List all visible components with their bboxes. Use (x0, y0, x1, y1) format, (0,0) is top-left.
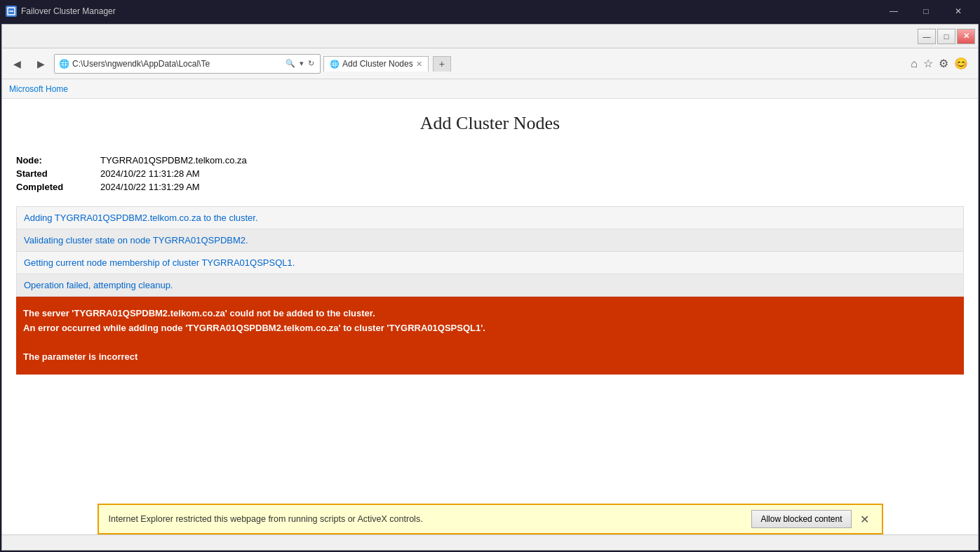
favorites-icon[interactable]: ☆ (923, 57, 933, 70)
log-line-1: Adding TYGRRA01QSPDBM2.telkom.co.za to t… (17, 207, 963, 229)
ie-page-icon: 🌐 (59, 59, 69, 69)
log-link-2[interactable]: Validating cluster state on node TYGRRA0… (24, 235, 248, 245)
ie-window: — □ ✕ ◀ ▶ 🌐 C:\Users\ngwendk\AppData\Loc… (1, 24, 979, 551)
outer-minimize-button[interactable]: — (878, 0, 910, 22)
info-row-node: Node: TYGRRA01QSPDBM2.telkom.co.za (16, 155, 964, 166)
log-link-4[interactable]: Operation failed, attempting cleanup. (24, 280, 173, 290)
new-tab-button[interactable]: + (433, 56, 451, 72)
node-value: TYGRRA01QSPDBM2.telkom.co.za (100, 155, 247, 166)
outer-titlebar: Failover Cluster Manager — □ ✕ (0, 0, 980, 22)
outer-maximize-button[interactable]: □ (910, 0, 942, 22)
ie-content: Add Cluster Nodes Node: TYGRRA01QSPDBM2.… (2, 99, 978, 534)
error-line-1: The server 'TYGRRA01QSPDBM2.telkom.co.za… (23, 307, 957, 321)
allow-blocked-content-button[interactable]: Allow blocked content (751, 510, 851, 528)
ie-titlebar-controls: — □ ✕ (918, 29, 975, 44)
node-label: Node: (16, 155, 100, 166)
emoji-icon: 😊 (954, 57, 968, 70)
microsoft-home-link[interactable]: Microsoft Home (9, 84, 68, 94)
address-bar[interactable]: 🌐 C:\Users\ngwendk\AppData\Local\Te 🔍 ▾ … (54, 54, 321, 74)
search-icon[interactable]: 🔍 (284, 59, 297, 68)
log-line-4: Operation failed, attempting cleanup. (17, 274, 963, 296)
dropdown-icon[interactable]: ▾ (298, 59, 305, 68)
security-bar-message: Internet Explorer restricted this webpag… (109, 514, 752, 524)
settings-icon[interactable]: ⚙ (939, 57, 948, 70)
info-row-started: Started 2024/10/22 11:31:28 AM (16, 168, 964, 179)
security-bar: Internet Explorer restricted this webpag… (98, 504, 883, 534)
completed-label: Completed (16, 182, 100, 192)
ie-minimize-button[interactable]: — (918, 29, 936, 44)
started-label: Started (16, 168, 100, 179)
address-text: C:\Users\ngwendk\AppData\Local\Te (72, 59, 284, 69)
page-content: Add Cluster Nodes Node: TYGRRA01QSPDBM2.… (2, 99, 978, 534)
outer-close-button[interactable]: ✕ (942, 0, 974, 22)
error-box: The server 'TYGRRA01QSPDBM2.telkom.co.za… (16, 297, 964, 375)
error-line-3: The parameter is incorrect (23, 350, 957, 365)
error-line-2: An error occurred while adding node 'TYG… (23, 321, 957, 336)
page-title: Add Cluster Nodes (16, 113, 964, 134)
outer-window-title: Failover Cluster Manager (21, 6, 878, 16)
ie-navbar: ◀ ▶ 🌐 C:\Users\ngwendk\AppData\Local\Te … (2, 48, 978, 79)
security-bar-close-button[interactable]: ✕ (857, 513, 872, 526)
outer-window-controls: — □ ✕ (878, 0, 974, 22)
ie-maximize-button[interactable]: □ (937, 29, 955, 44)
started-value: 2024/10/22 11:31:28 AM (100, 168, 200, 179)
fcm-icon (6, 6, 17, 17)
log-link-3[interactable]: Getting current node membership of clust… (24, 257, 295, 268)
ie-toolbar-right: ⌂ ☆ ⚙ 😊 (911, 48, 974, 79)
log-line-2: Validating cluster state on node TYGRRA0… (17, 229, 963, 252)
tab-close-button[interactable]: ✕ (416, 60, 422, 69)
log-link-1[interactable]: Adding TYGRRA01QSPDBM2.telkom.co.za to t… (24, 213, 258, 223)
completed-value: 2024/10/22 11:31:29 AM (100, 182, 200, 192)
tab-icon: 🌐 (330, 60, 340, 69)
log-line-3: Getting current node membership of clust… (17, 252, 963, 274)
home-icon[interactable]: ⌂ (911, 58, 918, 70)
ie-tab-active[interactable]: 🌐 Add Cluster Nodes ✕ (323, 56, 429, 72)
ie-close-button[interactable]: ✕ (957, 29, 975, 44)
log-section: Adding TYGRRA01QSPDBM2.telkom.co.za to t… (16, 206, 964, 297)
info-table: Node: TYGRRA01QSPDBM2.telkom.co.za Start… (16, 155, 964, 192)
ie-statusbar (2, 534, 978, 550)
back-button[interactable]: ◀ (6, 53, 27, 74)
ie-favbar: Microsoft Home (2, 79, 978, 99)
forward-button[interactable]: ▶ (30, 53, 51, 74)
tab-label: Add Cluster Nodes (342, 59, 413, 69)
info-row-completed: Completed 2024/10/22 11:31:29 AM (16, 182, 964, 192)
ie-titlebar: — □ ✕ (2, 25, 978, 48)
refresh-icon[interactable]: ↻ (307, 59, 316, 68)
address-bar-actions: 🔍 ▾ ↻ (284, 59, 316, 68)
outer-window: Failover Cluster Manager — □ ✕ — □ ✕ ◀ ▶… (0, 0, 980, 552)
